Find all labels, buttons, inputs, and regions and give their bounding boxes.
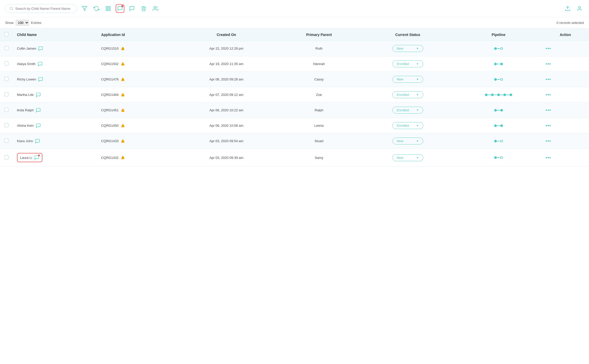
pipeline-dots xyxy=(459,47,538,50)
svg-line-1 xyxy=(12,9,13,10)
pipeline-dots xyxy=(459,124,538,127)
pipeline-line xyxy=(497,141,500,141)
grid-icon-btn[interactable] xyxy=(104,4,113,13)
message-highlight-icon-btn[interactable] xyxy=(116,4,124,13)
status-chevron: ▼ xyxy=(416,78,419,81)
action-menu-btn[interactable] xyxy=(546,94,585,95)
action-cell xyxy=(542,56,589,72)
pipeline-dots xyxy=(459,78,538,81)
status-badge[interactable]: Enrolled ▼ xyxy=(392,122,423,129)
row-checkbox[interactable] xyxy=(4,46,8,50)
svg-point-0 xyxy=(10,7,13,10)
select-all-checkbox[interactable] xyxy=(4,32,8,36)
status-chevron: ▼ xyxy=(416,109,419,112)
status-text: New xyxy=(397,156,403,160)
pipeline-line xyxy=(497,157,500,158)
action-dot-1 xyxy=(546,140,547,142)
lock-icon xyxy=(121,139,125,143)
action-menu-btn[interactable] xyxy=(546,110,585,111)
svg-point-9 xyxy=(578,6,580,8)
row-checkbox[interactable] xyxy=(4,155,8,159)
action-cell xyxy=(542,103,589,118)
action-cell xyxy=(542,118,589,133)
header-action: Action xyxy=(542,29,589,41)
status-badge[interactable]: Enrolled ▼ xyxy=(392,107,423,114)
entries-select[interactable]: 100 50 25 xyxy=(16,20,29,26)
svg-rect-11 xyxy=(122,64,124,65)
child-chat-icon[interactable] xyxy=(36,92,41,97)
child-chat-icon[interactable] xyxy=(36,108,41,113)
child-chat-icon[interactable] xyxy=(38,61,43,67)
child-chat-icon[interactable] xyxy=(35,139,40,144)
search-icon xyxy=(10,6,13,11)
action-dot-2 xyxy=(548,79,549,80)
chat-icon-btn[interactable] xyxy=(127,4,136,13)
action-dot-1 xyxy=(546,63,547,65)
row-checkbox[interactable] xyxy=(4,108,8,112)
child-name-wrapper: linda Ralph xyxy=(17,108,93,113)
app-id-cell: CQRG1432 xyxy=(97,149,175,167)
action-menu-btn[interactable] xyxy=(546,140,585,142)
svg-rect-12 xyxy=(122,79,124,81)
action-menu-btn[interactable] xyxy=(546,48,585,49)
status-badge[interactable]: New ▼ xyxy=(392,45,423,52)
action-cell xyxy=(542,87,589,103)
status-badge[interactable]: New ▼ xyxy=(392,138,423,144)
action-dot-1 xyxy=(546,110,547,111)
table-row: Alisha Kein CQRG1450 Apr 06, 2020 10:08 … xyxy=(0,118,589,133)
pipeline-line xyxy=(487,95,491,95)
child-chat-icon[interactable] xyxy=(38,46,43,51)
users-icon-btn[interactable] xyxy=(151,4,160,13)
status-badge[interactable]: Enrolled ▼ xyxy=(392,60,423,67)
status-text: Enrolled xyxy=(397,93,409,97)
status-text: Enrolled xyxy=(397,62,409,66)
app-id-cell: CQRG1476 xyxy=(97,72,175,87)
status-text: Enrolled xyxy=(397,108,409,112)
action-menu-btn[interactable] xyxy=(546,125,585,126)
app-id-text: CQRG1502 xyxy=(101,62,118,66)
lock-icon xyxy=(121,124,125,128)
refresh-icon-btn[interactable] xyxy=(92,4,101,13)
status-badge[interactable]: New ▼ xyxy=(392,154,423,161)
export-icon-btn[interactable] xyxy=(563,4,572,13)
row-checkbox[interactable] xyxy=(4,123,8,127)
svg-rect-3 xyxy=(106,6,108,8)
row-checkbox[interactable] xyxy=(4,77,8,81)
pipeline-cell xyxy=(455,149,542,167)
search-box[interactable] xyxy=(5,4,77,13)
filter-icon-btn[interactable] xyxy=(80,4,89,13)
status-chevron: ▼ xyxy=(416,140,419,142)
action-menu-btn[interactable] xyxy=(546,157,585,158)
action-dot-2 xyxy=(548,110,549,111)
created-on-cell: Apr 03, 2020 09:54 am xyxy=(175,133,278,149)
svg-rect-15 xyxy=(122,125,124,127)
child-chat-icon[interactable] xyxy=(38,77,43,82)
pipeline-dot xyxy=(494,124,497,127)
header-child-name: Child Name xyxy=(13,29,97,41)
status-badge[interactable]: New ▼ xyxy=(392,76,423,83)
status-cell: Enrolled ▼ xyxy=(360,103,455,118)
status-cell: New ▼ xyxy=(360,133,455,149)
child-chat-icon[interactable] xyxy=(34,155,39,160)
pipeline-dot xyxy=(500,140,503,142)
action-cell xyxy=(542,72,589,87)
child-name-wrapper: Collin James xyxy=(17,46,93,51)
action-dot-2 xyxy=(548,140,549,142)
created-on-cell: Apr 19, 2020 11:35 am xyxy=(175,56,278,72)
status-cell: Enrolled ▼ xyxy=(360,87,455,103)
row-checkbox[interactable] xyxy=(4,139,8,143)
status-chevron: ▼ xyxy=(416,156,419,159)
primary-parent-cell: Zoe xyxy=(278,87,360,103)
row-checkbox[interactable] xyxy=(4,92,8,96)
search-input[interactable] xyxy=(15,7,73,11)
trash-icon-btn[interactable] xyxy=(139,4,148,13)
row-checkbox[interactable] xyxy=(4,61,8,66)
child-name-text: linda Ralph xyxy=(17,108,34,112)
profile-icon-btn[interactable] xyxy=(575,4,584,13)
action-menu-btn[interactable] xyxy=(546,79,585,80)
status-cell: New ▼ xyxy=(360,41,455,56)
pipeline-line xyxy=(506,95,510,95)
status-badge[interactable]: Enrolled ▼ xyxy=(392,91,423,98)
child-chat-icon[interactable] xyxy=(36,123,41,128)
action-menu-btn[interactable] xyxy=(546,63,585,65)
